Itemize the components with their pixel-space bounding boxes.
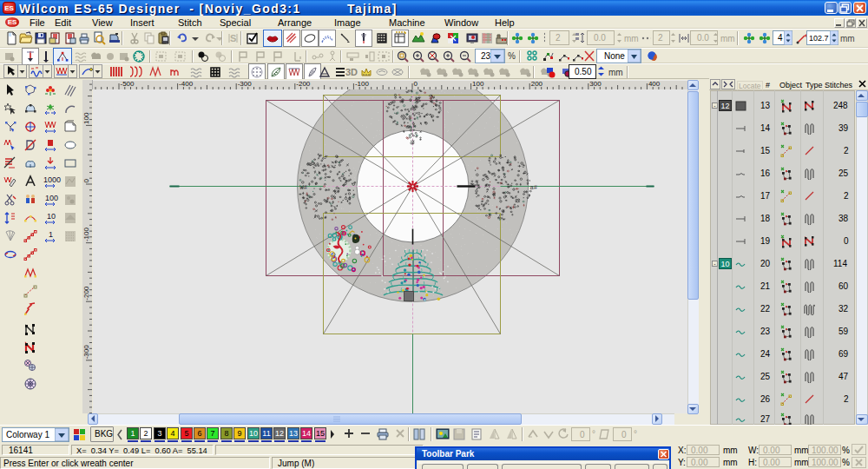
svg-text:a#: a#	[530, 184, 537, 191]
svg-text:100: 100	[472, 80, 484, 88]
svg-text:S: S	[230, 33, 236, 43]
svg-text:-100: -100	[355, 80, 370, 88]
svg-text:10: 10	[47, 212, 56, 221]
svg-text:0: 0	[82, 179, 90, 183]
svg-text:-200: -200	[82, 286, 90, 301]
svg-text:100: 100	[82, 112, 90, 124]
svg-text:-300: -300	[82, 345, 90, 360]
svg-text:100: 100	[45, 194, 58, 202]
svg-text:300: 300	[589, 80, 602, 88]
svg-text:0: 0	[414, 80, 418, 88]
svg-text:-200: -200	[296, 80, 311, 88]
svg-text:1: 1	[49, 230, 53, 239]
svg-text:1000: 1000	[43, 175, 61, 184]
svg-text:-100: -100	[82, 228, 90, 242]
svg-text:-400: -400	[179, 80, 194, 88]
svg-text:-500: -500	[121, 80, 135, 88]
svg-text:-300: -300	[238, 80, 253, 88]
svg-text:W#: W#	[300, 184, 307, 191]
svg-text:200: 200	[531, 80, 543, 88]
svg-text:400: 400	[648, 80, 661, 88]
